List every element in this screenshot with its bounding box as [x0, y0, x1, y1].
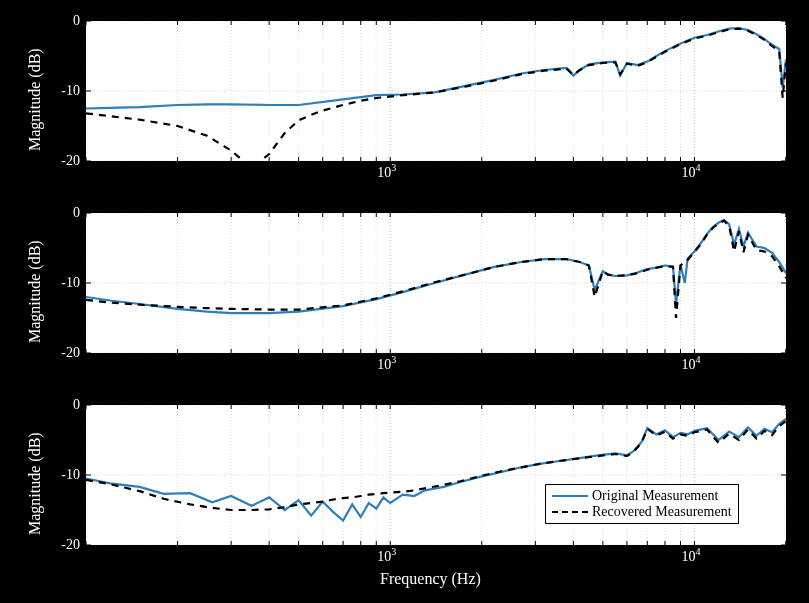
ylabel-2: Magnitude (dB): [26, 223, 44, 343]
xtick: 104: [681, 162, 700, 181]
legend: Original Measurement Recovered Measureme…: [545, 484, 739, 524]
ytick: -20: [50, 153, 80, 169]
chart-panel-2: [85, 212, 787, 354]
legend-label-original: Original Measurement: [592, 488, 718, 504]
ylabel-3: Magnitude (dB): [26, 415, 44, 535]
xlabel: Frequency (Hz): [380, 570, 481, 588]
ytick: 0: [55, 205, 80, 221]
ytick: -10: [50, 83, 80, 99]
ytick: -20: [50, 537, 80, 553]
ytick: -10: [50, 275, 80, 291]
ytick: 0: [55, 397, 80, 413]
legend-line-original: [552, 495, 588, 497]
ylabel-1: Magnitude (dB): [26, 31, 44, 151]
xtick: 104: [681, 354, 700, 373]
xtick: 103: [377, 162, 396, 181]
chart-panel-1: [85, 20, 787, 162]
ytick: 0: [55, 13, 80, 29]
chart-panel-3: [85, 404, 787, 546]
xtick: 103: [377, 546, 396, 565]
xtick: 103: [377, 354, 396, 373]
ytick: -20: [50, 345, 80, 361]
legend-line-recovered: [552, 511, 588, 513]
xtick: 104: [681, 546, 700, 565]
ytick: -10: [50, 467, 80, 483]
legend-label-recovered: Recovered Measurement: [592, 504, 732, 520]
